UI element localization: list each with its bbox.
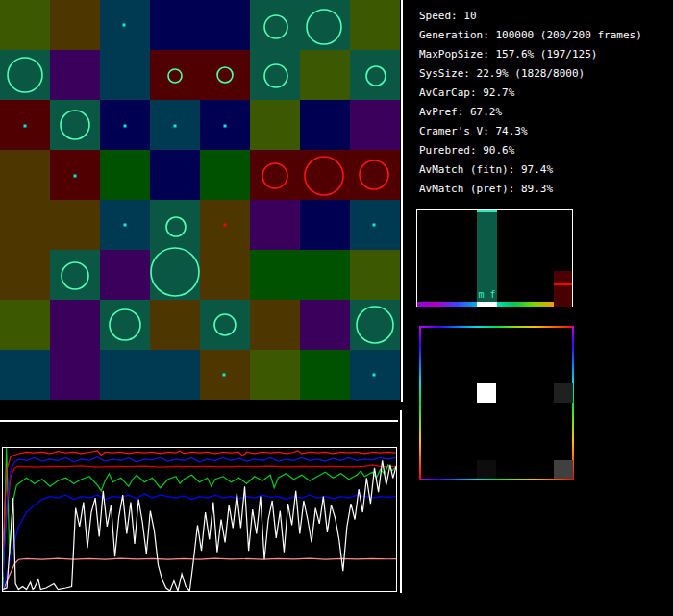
map-cell — [250, 150, 300, 200]
map-cell — [150, 50, 200, 100]
organism-dot — [224, 125, 227, 128]
matrix-cell — [554, 460, 573, 479]
matrix-cell — [477, 383, 496, 403]
map-cell — [300, 350, 350, 400]
map-cell — [150, 300, 200, 350]
map-cell — [250, 250, 300, 300]
map-cell — [0, 200, 50, 250]
simulation-window: Speed: 10Generation: 100000 (200/200 fra… — [0, 0, 673, 616]
axis-strip-highlight — [477, 302, 497, 307]
organism-dot — [124, 224, 127, 227]
map-cell — [50, 50, 100, 100]
map-cell — [250, 100, 300, 150]
map-cell — [50, 300, 100, 350]
series-cramer-s-v-- — [3, 448, 396, 588]
stat-line: Cramer's V: 74.3% — [419, 122, 642, 141]
matrix-cell — [477, 460, 496, 479]
map-cell — [200, 0, 250, 50]
chart-vertical-scrollbar[interactable] — [400, 410, 402, 593]
organism-dot — [24, 125, 27, 128]
stat-line: AvCarCap: 92.7% — [419, 84, 642, 103]
map-cell — [300, 100, 350, 150]
male-female-label: m f — [477, 289, 497, 300]
organism-dot — [124, 125, 127, 128]
organism-dot — [224, 224, 227, 227]
map-cell — [150, 250, 200, 300]
world-map-canvas[interactable] — [0, 0, 400, 400]
organism-dot — [373, 374, 376, 377]
series-popsize-- — [3, 460, 396, 591]
map-cell — [200, 300, 250, 350]
map-cell — [50, 250, 100, 300]
map-cell — [250, 350, 300, 400]
map-cell — [200, 250, 250, 300]
map-cell — [250, 200, 300, 250]
map-cell — [0, 350, 50, 400]
matrix-border-left — [419, 326, 421, 480]
map-cell — [300, 50, 350, 100]
organism-dot — [223, 374, 226, 377]
map-cell — [200, 50, 250, 100]
organism-dot — [373, 224, 376, 227]
series-syssize-- — [3, 558, 396, 591]
history-line-chart — [2, 447, 397, 592]
map-cell — [150, 200, 200, 250]
map-cell — [50, 350, 100, 400]
map-cell — [100, 50, 150, 100]
stat-line: Speed: 10 — [419, 7, 642, 26]
stat-line: Purebred: 90.6% — [419, 141, 642, 160]
matrix-border-right — [572, 326, 574, 480]
organism-dot — [174, 125, 177, 128]
map-vertical-scrollbar[interactable] — [401, 0, 403, 402]
map-cell — [0, 250, 50, 300]
map-cell — [300, 250, 350, 300]
map-cell — [200, 150, 250, 200]
map-cell — [100, 300, 150, 350]
map-cell — [350, 250, 400, 300]
map-cell — [250, 50, 300, 100]
map-cell — [250, 300, 300, 350]
map-cell — [300, 200, 350, 250]
map-cell — [50, 0, 100, 50]
preference-matrix-panel — [419, 326, 574, 480]
map-cell — [0, 300, 50, 350]
map-cell — [350, 150, 400, 200]
stat-line: SysSize: 22.9% (1828/8000) — [419, 64, 642, 84]
series-avmatch-pref-- — [3, 465, 396, 570]
histogram-red-marker-line — [554, 283, 572, 285]
map-cell — [350, 100, 400, 150]
map-cell — [100, 150, 150, 200]
stat-line: AvMatch (fitn): 97.4% — [419, 160, 642, 180]
map-cell — [50, 200, 100, 250]
map-cell — [300, 300, 350, 350]
matrix-border-top — [419, 326, 574, 328]
organism-dot — [74, 175, 77, 178]
map-cell — [150, 150, 200, 200]
map-horizontal-scrollbar[interactable] — [0, 420, 398, 422]
organism-dot — [123, 24, 126, 27]
stat-line: Generation: 100000 (200/200 frames) — [419, 26, 642, 45]
map-cell — [350, 50, 400, 100]
map-cell — [350, 0, 400, 50]
stat-line: AvPref: 67.2% — [419, 103, 642, 122]
population-histogram-panel: m f — [416, 209, 573, 307]
map-cell — [150, 350, 200, 400]
history-chart-svg — [3, 448, 396, 591]
map-cell — [0, 0, 50, 50]
stat-line: MaxPopSize: 157.6% (197/125) — [419, 45, 642, 64]
map-cell — [150, 0, 200, 50]
matrix-border-bottom — [419, 479, 574, 480]
map-cell — [100, 250, 150, 300]
map-cell — [100, 350, 150, 400]
histogram-bar-cap — [477, 210, 497, 212]
series-avmatch-fitn-- — [3, 451, 396, 548]
histogram-bar-red — [554, 271, 572, 307]
stat-line: AvMatch (pref): 89.3% — [419, 180, 642, 199]
stats-panel: Speed: 10Generation: 100000 (200/200 fra… — [419, 7, 642, 199]
series-avpref-- — [3, 494, 396, 591]
map-cell — [250, 0, 300, 50]
matrix-cell — [554, 383, 573, 403]
map-cell — [0, 150, 50, 200]
map-cell — [50, 100, 100, 150]
